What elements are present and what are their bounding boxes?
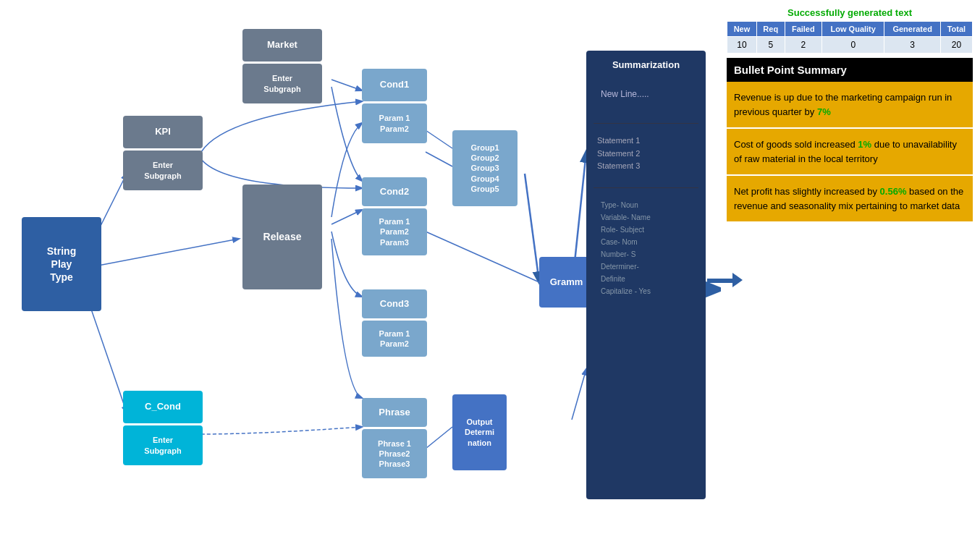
col-low-quality: Low Quality (822, 22, 884, 37)
arrow-head (732, 273, 743, 287)
grammar-details: Type- Noun Variable- Name Role- Subject … (594, 187, 698, 297)
col-failed: Failed (785, 22, 821, 37)
kpi-subgraph-node: Enter Subgraph (123, 151, 203, 190)
svg-line-2 (87, 297, 127, 412)
main-arrow (707, 279, 736, 283)
param1-2b-node: Param 1 Param2 (362, 321, 427, 357)
gramm-node: Gramm (539, 257, 594, 308)
market-subgraph-node: Enter Subgraph (242, 64, 322, 103)
val-low-quality: 0 (822, 37, 884, 54)
val-generated: 3 (884, 37, 940, 54)
col-generated: Generated (884, 22, 940, 37)
kpi-node: KPI (123, 116, 203, 148)
param1-2-3-node: Param 1 Param2 Param3 (362, 208, 427, 255)
summarization-box: Summarization New Line..... Statement 1 … (586, 51, 706, 499)
svg-line-3 (331, 80, 362, 90)
group-node: Group1 Group2 Group3 Group4 Group5 (452, 130, 518, 206)
val-new: 10 (727, 37, 757, 54)
svg-line-4 (331, 210, 362, 224)
cond3-node: Cond3 (362, 289, 427, 318)
right-panel: Successfully generated text New Req Fail… (727, 7, 973, 527)
highlight-1pct: 1% (858, 139, 871, 150)
main-container: String Play Type KPI Enter Subgraph Mark… (0, 0, 980, 534)
col-total: Total (940, 22, 972, 37)
string-play-type-node: String Play Type (22, 217, 101, 311)
col-req: Req (756, 22, 785, 37)
bullet-summary-header: Bullet Point Summary (727, 58, 973, 82)
val-failed: 2 (785, 37, 821, 54)
highlight-056pct: 0.56% (880, 186, 907, 197)
success-message: Successfully generated text (727, 7, 973, 18)
new-line-text: New Line..... (594, 88, 698, 101)
market-node: Market (242, 29, 322, 62)
svg-line-11 (572, 369, 586, 420)
bullet-item-2: Cost of goods sold increased 1% due to u… (727, 129, 973, 176)
c-cond-node: C_Cond (123, 391, 203, 423)
svg-line-1 (87, 239, 239, 268)
phrase-node: Phrase (362, 398, 427, 427)
val-req: 5 (756, 37, 785, 54)
c-cond-subgraph-node: Enter Subgraph (123, 425, 203, 465)
statement-text: Statement 1 Statement 2 Statement 3 (594, 123, 698, 173)
col-new: New (727, 22, 757, 37)
svg-line-9 (426, 427, 452, 449)
val-total: 20 (940, 37, 972, 54)
phrase-items-node: Phrase 1 Phrase2 Phrase3 (362, 429, 427, 478)
stats-table: New Req Failed Low Quality Generated Tot… (727, 21, 973, 54)
param1-2-node: Param 1 Param2 (362, 103, 427, 143)
diagram-area: String Play Type KPI Enter Subgraph Mark… (7, 7, 721, 527)
svg-line-8 (426, 232, 539, 282)
output-det-node: Output Determi nation (452, 394, 507, 470)
svg-line-5 (426, 130, 452, 148)
bullet-item-3: Net profit has slightly increased by 0.5… (727, 176, 973, 223)
summarization-title: Summarization (594, 58, 698, 73)
cond2-node: Cond2 (362, 177, 427, 206)
bullet-item-1: Revenue is up due to the marketing campa… (727, 82, 973, 129)
release-node: Release (242, 185, 322, 289)
svg-line-6 (426, 152, 452, 166)
svg-line-7 (525, 174, 539, 282)
highlight-7pct: 7% (817, 106, 831, 117)
cond1-node: Cond1 (362, 69, 427, 101)
